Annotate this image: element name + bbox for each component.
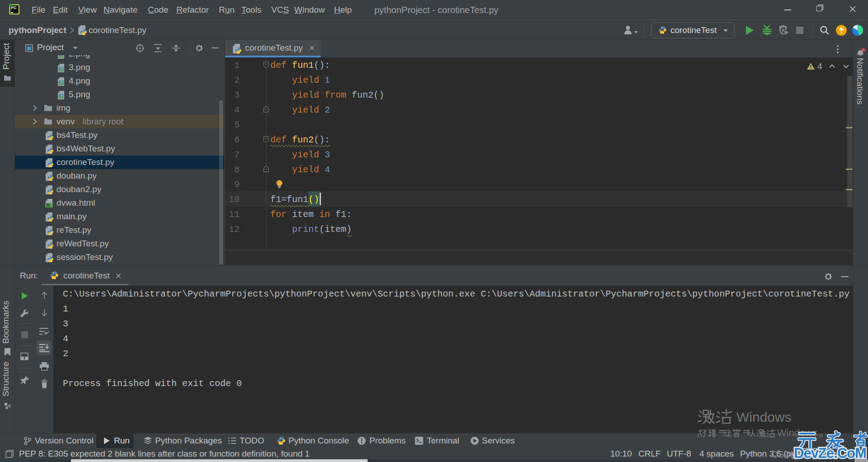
svg-text:H: H — [47, 203, 50, 208]
svg-text:DevZe.CoM: DevZe.CoM — [794, 445, 866, 461]
